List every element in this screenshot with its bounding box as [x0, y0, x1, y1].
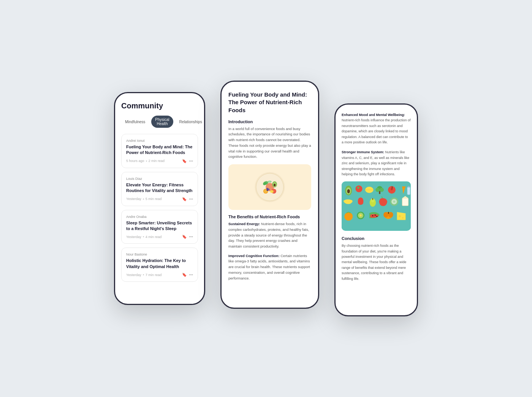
article-meta-2: Yesterday 5 min read 🔖 ••• — [126, 197, 193, 201]
tab-relationships[interactable]: Relationships — [176, 116, 205, 128]
app-title: Community — [121, 102, 198, 110]
article-title-1: Fueling Your Body and Mind: The Power of… — [126, 144, 193, 156]
bookmark-icon-2[interactable]: 🔖 — [182, 197, 187, 201]
article-read-2: 5 min read — [146, 197, 162, 201]
article-author-2: Louis Diaz — [126, 177, 193, 181]
meta-dot — [146, 160, 147, 162]
svg-rect-37 — [408, 186, 410, 188]
benefit-2-label: Improved Cognitive Function: — [228, 254, 280, 258]
svg-point-15 — [270, 190, 274, 193]
article-detail-title: Fueling Your Body and Mind: The Power of… — [228, 91, 311, 114]
article-read-1: 2 min read — [149, 159, 165, 163]
svg-rect-40 — [372, 198, 373, 200]
svg-rect-36 — [407, 187, 410, 195]
svg-point-55 — [383, 212, 388, 218]
svg-point-14 — [269, 181, 271, 183]
svg-rect-30 — [379, 191, 380, 194]
benefit-4: Stronger Immune System: Nutrients like v… — [342, 149, 411, 177]
more-icon-2[interactable]: ••• — [189, 197, 193, 201]
article-time-1: 5 hours ago — [126, 159, 144, 163]
more-icon-4[interactable]: ••• — [189, 273, 193, 277]
svg-point-50 — [359, 214, 361, 216]
article-meta-4: Yesterday 7 min read 🔖 ••• — [126, 273, 193, 277]
phone-article-continued: Enhanced Mood and Mental Wellbeing: Nutr… — [334, 103, 418, 316]
benefit-4-label: Stronger Immune System: — [342, 150, 384, 154]
svg-point-56 — [388, 212, 393, 218]
benefit-4-text: Nutrients like vitamins A, C, and E, as … — [342, 150, 409, 176]
bookmark-icon-1[interactable]: 🔖 — [182, 159, 187, 163]
svg-point-59 — [399, 215, 401, 217]
article-read-3: 4 min read — [146, 235, 162, 239]
article-title-2: Elevate Your Energy: Fitness Routines fo… — [126, 182, 193, 194]
article-card-3[interactable]: Andre Onaba Sleep Smarter: Unveiling Sec… — [121, 210, 198, 244]
phone-community-list: Community Mindfulness Physical Health Re… — [114, 92, 205, 305]
svg-point-44 — [393, 201, 395, 203]
svg-marker-58 — [397, 212, 406, 220]
meta-dot-4 — [143, 274, 144, 275]
meta-dot-3 — [143, 236, 144, 237]
article-meta-1: 5 hours ago 2 min read 🔖 ••• — [126, 159, 193, 163]
meta-dot-2 — [143, 198, 144, 200]
svg-point-18 — [266, 189, 268, 191]
article-card-1[interactable]: Andrei Ionut Fueling Your Body and Mind:… — [121, 134, 198, 168]
benefits-heading: The Benefits of Nutrient-Rich Foods — [228, 214, 311, 219]
svg-point-23 — [355, 186, 362, 192]
article-title-3: Sleep Smarter: Unveiling Secrets to a Re… — [126, 220, 193, 232]
conclusion-text: By choosing nutrient-rich foods as the f… — [342, 243, 411, 281]
svg-point-60 — [402, 217, 404, 219]
intro-heading: Introduction — [228, 119, 311, 124]
benefit-3: Enhanced Mood and Mental Wellbeing: Nutr… — [342, 112, 411, 145]
scene: Community Mindfulness Physical Health Re… — [0, 58, 532, 339]
svg-point-22 — [347, 189, 350, 194]
article-card-4[interactable]: Nour Bastone Holistic Hydration: The Key… — [121, 248, 198, 282]
svg-point-51 — [372, 215, 374, 216]
svg-point-53 — [376, 216, 377, 217]
svg-rect-33 — [392, 186, 393, 188]
benefit-3-label: Enhanced Mood and Mental Wellbeing: — [342, 113, 405, 117]
tabs-row: Mindfulness Physical Health Relationship… — [121, 116, 198, 128]
article-time-4: Yesterday — [126, 273, 141, 277]
article-title-4: Holistic Hydration: The Key to Vitality … — [126, 258, 193, 270]
article-time-3: Yesterday — [126, 235, 141, 239]
article-author-3: Andre Onaba — [126, 215, 193, 219]
article-author-4: Nour Bastone — [126, 252, 193, 256]
benefit-3-text: Nutrient-rich foods influence the produc… — [342, 118, 411, 144]
food-pattern-image — [342, 181, 411, 231]
food-plate-image — [228, 164, 311, 210]
intro-text: In a world full of convenience foods and… — [228, 126, 311, 160]
more-icon-3[interactable]: ••• — [189, 235, 193, 239]
tab-physical-health[interactable]: Physical Health — [151, 116, 173, 128]
benefit-2: Improved Cognitive Function: Certain nut… — [228, 253, 311, 281]
more-icon-1[interactable]: ••• — [189, 159, 193, 163]
benefit-1: Sustained Energy: Nutrient-dense foods, … — [228, 221, 311, 249]
article-read-4: 7 min read — [146, 273, 162, 277]
article-card-2[interactable]: Louis Diaz Elevate Your Energy: Fitness … — [121, 172, 198, 206]
svg-rect-57 — [388, 212, 389, 214]
article-meta-3: Yesterday 4 min read 🔖 ••• — [126, 235, 193, 239]
svg-point-32 — [391, 188, 393, 190]
conclusion-heading: Conclusion — [342, 236, 411, 241]
phone-article-detail: Fueling Your Body and Mind: The Power of… — [220, 81, 319, 309]
article-author-1: Andrei Ionut — [126, 139, 193, 143]
bookmark-icon-4[interactable]: 🔖 — [182, 273, 187, 277]
tab-mindfulness[interactable]: Mindfulness — [121, 116, 149, 128]
svg-point-52 — [375, 215, 376, 216]
bookmark-icon-3[interactable]: 🔖 — [182, 235, 187, 239]
article-time-2: Yesterday — [126, 197, 141, 201]
svg-point-47 — [344, 213, 353, 221]
svg-rect-45 — [402, 198, 408, 206]
svg-point-8 — [274, 184, 276, 186]
svg-point-24 — [357, 187, 359, 189]
benefit-1-label: Sustained Energy: — [228, 222, 260, 226]
